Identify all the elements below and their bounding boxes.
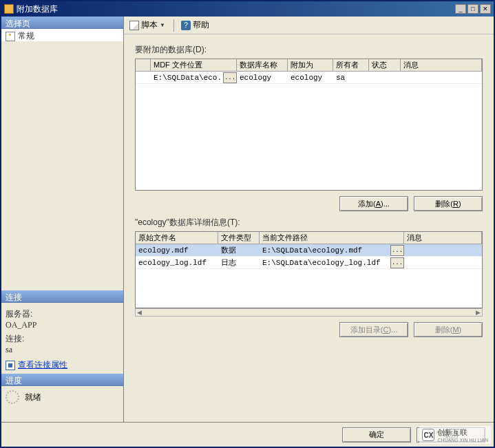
conn-value: sa: [6, 345, 119, 355]
dcol-msg: 消息: [404, 232, 482, 244]
dcol-orig: 原始文件名: [136, 232, 218, 244]
dcell-type: 数据: [218, 245, 260, 255]
cell-mdf: E:\SQLData\eco...: [151, 74, 223, 82]
cell-attach-as: ecology: [288, 74, 333, 82]
window-title: 附加数据库: [17, 3, 455, 15]
watermark-sub: CHUANG XIN HU LIAN: [437, 438, 488, 442]
maximize-button[interactable]: □: [467, 4, 478, 14]
details-grid-row[interactable]: ecology.mdf 数据 E:\SQLData\ecology.mdf ..…: [136, 244, 482, 257]
chevron-down-icon: ▼: [160, 22, 167, 28]
remove-file-button: 删除(M): [414, 322, 483, 337]
add-button[interactable]: 添加(A)...: [339, 196, 408, 211]
ok-button[interactable]: 确定: [342, 427, 411, 442]
server-label: 服务器:: [6, 308, 119, 320]
remove-button[interactable]: 删除(R): [414, 196, 483, 211]
watermark: CX 创新互联 CHUANG XIN HU LIAN: [419, 426, 491, 444]
select-page-header: 选择页: [1, 17, 123, 29]
script-icon: [129, 21, 139, 30]
database-icon: [4, 4, 14, 14]
toolbar: 脚本 ▼ ? 帮助: [124, 17, 494, 34]
databases-grid-header: MDF 文件位置 数据库名称 附加为 所有者 状态 消息: [136, 59, 482, 72]
dcell-type: 日志: [218, 257, 260, 268]
script-button[interactable]: 脚本 ▼: [127, 18, 169, 32]
details-grid-row[interactable]: ecology_log.ldf 日志 E:\SQLData\ecology_lo…: [136, 257, 482, 269]
attach-db-label: 要附加的数据库(D):: [135, 44, 483, 56]
connection-props-icon: [6, 361, 15, 370]
progress-spinner-icon: [6, 390, 19, 404]
col-mdf: MDF 文件位置: [151, 59, 237, 71]
details-label: "ecology"数据库详细信息(T):: [135, 217, 483, 228]
help-button[interactable]: ? 帮助: [178, 18, 212, 32]
close-button[interactable]: ✕: [480, 4, 491, 14]
page-icon: [6, 32, 15, 41]
scroll-left-icon[interactable]: ◀: [136, 309, 143, 316]
conn-label: 连接:: [6, 333, 119, 345]
cell-owner: sa: [333, 74, 369, 82]
connection-block: 服务器: OA_APP 连接: sa 查看连接属性: [1, 303, 123, 374]
dcell-orig: ecology_log.ldf: [136, 259, 218, 267]
connection-header: 连接: [1, 290, 123, 303]
databases-grid-row[interactable]: E:\SQLData\eco... ... ecology ecology sa: [136, 72, 482, 84]
watermark-logo: CX: [422, 429, 434, 441]
details-grid[interactable]: 原始文件名 文件类型 当前文件路径 消息 ecology.mdf 数据 E:\S…: [135, 231, 483, 308]
details-h-scrollbar[interactable]: ◀ ▶: [135, 308, 483, 317]
scroll-right-icon[interactable]: ▶: [474, 309, 482, 316]
help-label: 帮助: [193, 19, 209, 31]
cell-dbname: ecology: [237, 74, 288, 82]
col-spacer: [136, 59, 151, 71]
view-connection-properties-link[interactable]: 查看连接属性: [18, 359, 67, 371]
script-label: 脚本: [141, 19, 158, 31]
browse-mdf-button[interactable]: ...: [223, 72, 237, 83]
minimize-button[interactable]: _: [455, 4, 466, 14]
dcell-path: E:\SQLData\ecology_log.ldf: [260, 259, 390, 267]
progress-block: 就绪: [1, 386, 123, 408]
browse-path-button-1[interactable]: ...: [390, 257, 404, 268]
right-pane: 脚本 ▼ ? 帮助 要附加的数据库(D): MDF 文件位置: [124, 17, 494, 422]
attach-database-dialog: 附加数据库 _ □ ✕ 选择页 常规 连接 服务器: OA_APP 连接: sa: [0, 0, 495, 448]
dcell-path: E:\SQLData\ecology.mdf: [260, 246, 390, 255]
titlebar: 附加数据库 _ □ ✕: [1, 1, 494, 17]
nav-item-label: 常规: [18, 30, 34, 42]
databases-grid[interactable]: MDF 文件位置 数据库名称 附加为 所有者 状态 消息 E:\SQLData\…: [135, 58, 483, 191]
dcell-orig: ecology.mdf: [136, 246, 218, 255]
progress-header: 进度: [1, 374, 123, 386]
dcol-path: 当前文件路径: [260, 232, 404, 244]
progress-status: 就绪: [25, 392, 41, 403]
col-status: 状态: [369, 59, 401, 71]
browse-path-button-0[interactable]: ...: [390, 245, 404, 256]
add-catalog-button: 添加目录(C)...: [339, 322, 408, 337]
left-pane: 选择页 常规 连接 服务器: OA_APP 连接: sa 查看连接属性 进度: [1, 17, 124, 422]
col-owner: 所有者: [333, 59, 369, 71]
details-grid-header: 原始文件名 文件类型 当前文件路径 消息: [136, 232, 482, 244]
dcol-type: 文件类型: [218, 232, 260, 244]
toolbar-separator: [173, 19, 174, 32]
col-dbname: 数据库名称: [237, 59, 288, 71]
help-icon: ?: [181, 21, 191, 30]
server-value: OA_APP: [6, 320, 119, 330]
col-attach-as: 附加为: [288, 59, 333, 71]
watermark-brand: 创新互联: [437, 427, 488, 438]
col-message: 消息: [401, 59, 482, 71]
